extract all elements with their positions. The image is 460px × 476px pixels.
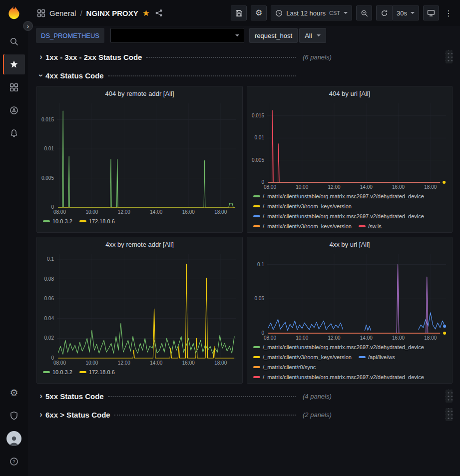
svg-text:18:00: 18:00: [424, 335, 437, 341]
panel-404-by-uri: 404 by uri [All] 08:0010:0012:0014:0016:…: [247, 86, 453, 233]
sidebar-item-settings[interactable]: ⚙: [3, 383, 25, 403]
refresh-interval-picker[interactable]: 30s: [392, 5, 419, 20]
sidebar-item-explore[interactable]: [3, 100, 25, 120]
legend-item[interactable]: /_matrix/client/unstable/org.matrix.msc2…: [253, 342, 424, 352]
svg-text:14:00: 14:00: [360, 184, 373, 190]
row-6xx[interactable]: › 6xx > Status Code (2 panels): [36, 407, 453, 422]
svg-text:0.005: 0.005: [41, 175, 54, 181]
sidebar-item-starred[interactable]: [3, 54, 25, 74]
dashboard-title[interactable]: NGINX PROXY: [86, 9, 138, 17]
legend-item[interactable]: /_matrix/client/unstable/org.matrix.msc2…: [253, 372, 424, 379]
main-area: General / NGINX PROXY ★ ⚙ Last 12 hours …: [28, 0, 460, 476]
svg-text:10:00: 10:00: [85, 209, 98, 215]
refresh-button[interactable]: [376, 5, 392, 20]
row-title: 4xx Status Code: [45, 71, 104, 80]
compass-icon: [9, 106, 18, 115]
svg-text:18:00: 18:00: [214, 360, 227, 366]
chart-4xx-by-uri[interactable]: 08:0010:0012:0014:0016:0018:0000.050.1: [249, 251, 450, 341]
legend-color-chip: [43, 220, 50, 222]
svg-text:14:00: 14:00: [150, 209, 162, 215]
zoom-out-button[interactable]: [356, 5, 372, 20]
row-panel-count: (4 panels): [303, 393, 332, 400]
svg-text:12:00: 12:00: [328, 184, 340, 190]
sidebar-item-server-admin[interactable]: [3, 406, 25, 426]
refresh-icon: [381, 9, 388, 17]
sidebar-item-help[interactable]: ?: [3, 452, 25, 472]
legend-item[interactable]: /_matrix/client/v3/room_keys/version: [253, 201, 352, 211]
svg-text:0.1: 0.1: [47, 256, 54, 262]
sidebar-item-search[interactable]: [3, 31, 25, 51]
legend-item[interactable]: /_matrix/client/v3/room_keys/version: [253, 352, 352, 362]
chart-404-by-remote-addr[interactable]: 08:0010:0012:0014:0016:0018:0000.0050.01…: [39, 100, 240, 215]
sidebar-item-dashboards[interactable]: [3, 77, 25, 97]
panel-4xx-by-remote-addr: 4xx by remote addr [All] 08:0010:0012:00…: [36, 237, 243, 384]
svg-text:08:00: 08:00: [264, 184, 276, 190]
sidebar-item-profile[interactable]: [3, 429, 25, 449]
legend-item[interactable]: /api/live/ws: [359, 352, 395, 362]
chevron-down-icon: [411, 12, 415, 14]
legend-item[interactable]: 10.0.3.2: [43, 216, 72, 226]
share-icon[interactable]: [155, 9, 163, 17]
variables-bar: DS_PROMETHEUS request_host All: [28, 26, 460, 45]
panel-legend: /_matrix/client/unstable/org.matrix.msc2…: [249, 190, 450, 228]
legend-label: /_matrix/client/unstable/org.matrix.msc2…: [263, 372, 424, 379]
row-drag-handle[interactable]: [446, 390, 453, 403]
legend-item[interactable]: 172.18.0.6: [79, 367, 115, 377]
sidebar-collapse-button[interactable]: ›: [23, 21, 33, 31]
row-5xx[interactable]: › 5xx Status Code (4 panels): [36, 389, 453, 404]
dotted-leader: [114, 415, 296, 416]
row-4xx[interactable]: › 4xx Status Code: [36, 68, 453, 83]
request-host-value-text: All: [305, 32, 312, 39]
svg-text:0.08: 0.08: [44, 276, 54, 282]
dotted-leader: [146, 57, 296, 58]
panel-title[interactable]: 4xx by remote addr [All]: [39, 237, 240, 251]
svg-text:0: 0: [261, 330, 264, 336]
dashboard-settings-button[interactable]: ⚙: [251, 5, 267, 20]
grafana-logo[interactable]: [5, 5, 22, 22]
row-title: 1xx - 3xx - 2xx Status Code: [45, 53, 142, 61]
gear-icon: ⚙: [255, 9, 262, 17]
chevron-right-icon: ›: [36, 391, 45, 401]
svg-text:14:00: 14:00: [150, 360, 162, 366]
row-1xx-3xx-2xx[interactable]: › 1xx - 3xx - 2xx Status Code (6 panels): [36, 49, 453, 64]
chart-4xx-by-remote-addr[interactable]: 08:0010:0012:0014:0016:0018:0000.020.040…: [39, 251, 240, 366]
legend-item[interactable]: 10.0.3.2: [43, 367, 72, 377]
legend-color-chip: [253, 195, 260, 197]
legend-item[interactable]: /_matrix/client/unstable/org.matrix.msc2…: [253, 191, 424, 201]
request-host-label[interactable]: request_host: [249, 28, 298, 43]
datasource-variable-value[interactable]: [110, 28, 244, 43]
legend-label: /_matrix/client/r0/sync: [263, 362, 316, 372]
legend-item[interactable]: /_matrix/client/unstable/org.matrix.msc2…: [253, 211, 424, 221]
panel-title[interactable]: 4xx by uri [All]: [249, 237, 450, 251]
more-options-button[interactable]: ⋮: [443, 5, 454, 20]
chart-404-by-uri[interactable]: 08:0010:0012:0014:0016:0018:0000.0050.01…: [249, 100, 450, 190]
request-host-value-select[interactable]: All: [299, 28, 326, 43]
svg-text:0.015: 0.015: [252, 113, 264, 118]
row-title: 6xx > Status Code: [45, 411, 110, 419]
chevron-right-icon: ›: [27, 22, 29, 30]
svg-text:12:00: 12:00: [118, 209, 130, 215]
svg-text:14:00: 14:00: [360, 335, 373, 341]
sidebar-item-alerting[interactable]: [3, 123, 25, 143]
favorite-star-icon[interactable]: ★: [142, 9, 150, 17]
tv-mode-button[interactable]: [423, 5, 439, 20]
chart-svg: 08:0010:0012:0014:0016:0018:0000.0050.01…: [39, 100, 240, 215]
legend-color-chip: [253, 225, 260, 227]
legend-item[interactable]: 172.18.0.6: [79, 216, 115, 226]
panel-title[interactable]: 404 by remote addr [All]: [39, 86, 240, 100]
time-range-picker[interactable]: Last 12 hours CST: [271, 5, 352, 20]
save-dashboard-button[interactable]: [231, 5, 247, 20]
row-drag-handle[interactable]: [446, 408, 453, 421]
legend-item[interactable]: /_matrix/client/v3/room_keys/version: [253, 221, 352, 228]
svg-text:10:00: 10:00: [85, 360, 98, 366]
row-drag-handle[interactable]: [446, 50, 453, 63]
datasource-variable-label[interactable]: DS_PROMETHEUS: [36, 28, 104, 43]
panel-404-by-remote-addr: 404 by remote addr [All] 08:0010:0012:00…: [36, 86, 243, 233]
svg-text:16:00: 16:00: [392, 184, 405, 190]
panel-title[interactable]: 404 by uri [All]: [249, 86, 450, 100]
legend-item[interactable]: /sw.js: [359, 221, 382, 228]
legend-color-chip: [79, 371, 86, 373]
breadcrumb-folder[interactable]: General: [49, 9, 76, 17]
legend-item[interactable]: /_matrix/client/r0/sync: [253, 362, 316, 372]
monitor-icon: [427, 9, 435, 17]
